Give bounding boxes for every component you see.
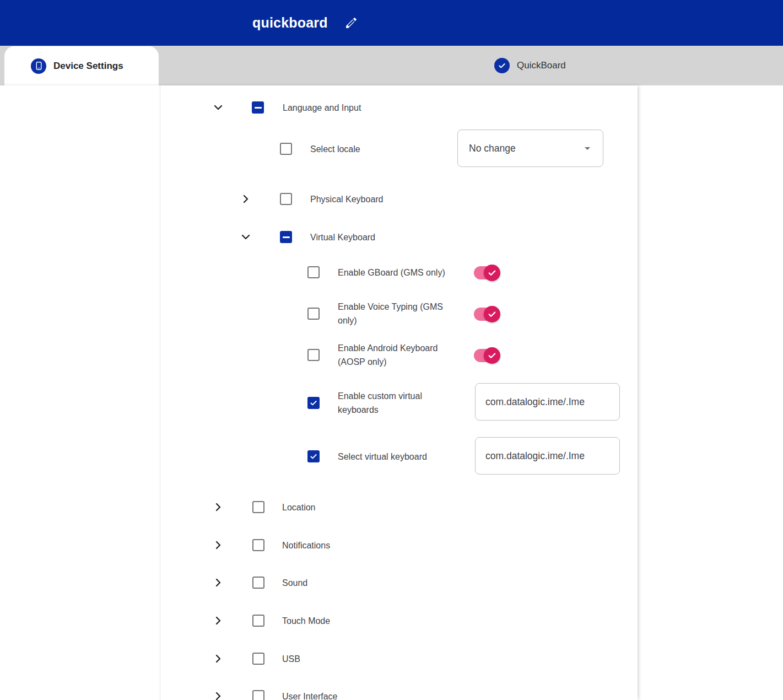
edit-title-button[interactable] xyxy=(344,16,358,30)
toggle-check-icon xyxy=(484,306,500,322)
chevron-right-icon[interactable] xyxy=(211,651,225,666)
tab-quickboard-label: QuickBoard xyxy=(517,60,566,71)
checkbox-select-locale[interactable] xyxy=(280,143,292,155)
label-enable-android-keyboard: Enable Android Keyboard (AOSP only) xyxy=(338,341,458,369)
page-title: quickboard xyxy=(252,15,328,31)
checkbox-enable-custom-virtual-keyboards[interactable] xyxy=(307,397,320,409)
toggle-check-icon xyxy=(484,265,500,281)
header-title-group: quickboard xyxy=(252,0,358,46)
check-icon xyxy=(309,452,318,461)
chevron-right-icon[interactable] xyxy=(211,689,225,700)
checkbox-sound[interactable] xyxy=(252,577,264,589)
chevron-down-icon[interactable] xyxy=(239,230,253,244)
label-enable-voice-typing: Enable Voice Typing (GMS only) xyxy=(338,300,458,327)
caret-down-icon xyxy=(581,142,594,155)
label-language-and-input: Language and Input xyxy=(283,101,361,115)
virtual-keyboard-input[interactable] xyxy=(475,437,620,475)
chevron-right-icon[interactable] xyxy=(211,575,225,590)
chevron-right-icon[interactable] xyxy=(211,538,225,552)
checkbox-notifications[interactable] xyxy=(252,539,264,551)
indeterminate-mark xyxy=(255,107,262,109)
indeterminate-mark xyxy=(283,236,290,238)
checkbox-usb[interactable] xyxy=(252,653,264,665)
label-sound: Sound xyxy=(282,576,307,590)
label-physical-keyboard: Physical Keyboard xyxy=(310,192,384,206)
checkbox-physical-keyboard[interactable] xyxy=(280,193,292,205)
checkbox-virtual-keyboard[interactable] xyxy=(280,231,292,243)
label-select-virtual-keyboard: Select virtual keyboard xyxy=(338,450,427,464)
pencil-icon xyxy=(344,16,358,30)
label-notifications: Notifications xyxy=(282,539,330,552)
checkbox-touch-mode[interactable] xyxy=(252,615,264,627)
toggle-enable-gboard[interactable] xyxy=(474,265,500,281)
label-virtual-keyboard: Virtual Keyboard xyxy=(310,230,375,244)
checkbox-select-virtual-keyboard[interactable] xyxy=(307,450,320,462)
chevron-right-icon[interactable] xyxy=(239,192,253,206)
locale-select-value: No change xyxy=(469,143,581,154)
smartphone-icon xyxy=(31,58,46,74)
tab-device-settings-label: Device Settings xyxy=(53,61,123,72)
label-enable-gboard: Enable GBoard (GMS only) xyxy=(338,266,445,279)
checkbox-enable-android-keyboard[interactable] xyxy=(307,349,320,361)
label-select-locale: Select locale xyxy=(310,142,360,156)
check-circle-icon xyxy=(494,58,510,73)
chevron-down-icon[interactable] xyxy=(211,100,225,115)
app-header: quickboard xyxy=(0,0,783,46)
label-usb: USB xyxy=(282,652,300,666)
toggle-check-icon xyxy=(484,347,500,364)
toggle-enable-voice-typing[interactable] xyxy=(474,306,500,322)
chevron-right-icon[interactable] xyxy=(211,613,225,628)
tab-quickboard[interactable]: QuickBoard xyxy=(494,46,566,85)
checkbox-language-and-input[interactable] xyxy=(252,101,264,114)
tab-bar: Device Settings QuickBoard xyxy=(0,46,783,85)
label-location: Location xyxy=(282,500,316,514)
locale-select[interactable]: No change xyxy=(457,130,603,167)
checkbox-user-interface[interactable] xyxy=(252,690,264,700)
chevron-right-icon[interactable] xyxy=(211,500,225,514)
checkbox-enable-voice-typing[interactable] xyxy=(307,308,320,320)
label-user-interface: User Interface xyxy=(282,690,337,700)
checkbox-enable-gboard[interactable] xyxy=(307,266,320,278)
label-touch-mode: Touch Mode xyxy=(282,614,330,628)
tab-device-settings[interactable]: Device Settings xyxy=(4,46,159,85)
label-enable-custom-virtual-keyboards: Enable custom virtual keyboards xyxy=(338,389,458,417)
checkbox-location[interactable] xyxy=(252,501,264,513)
custom-keyboards-input[interactable] xyxy=(475,383,620,421)
check-icon xyxy=(309,399,318,407)
toggle-enable-android-keyboard[interactable] xyxy=(474,347,500,364)
sidebar-divider xyxy=(160,85,160,700)
